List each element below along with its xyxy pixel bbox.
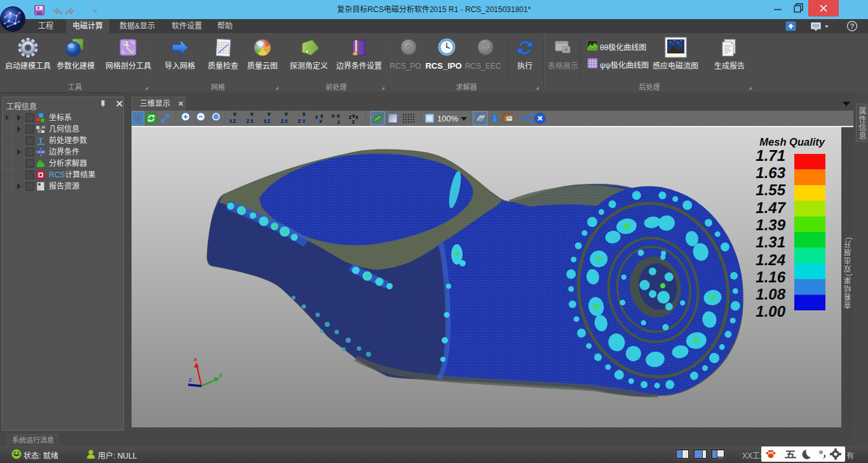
svg-text:y: y [219,371,223,378]
svg-text:z: z [188,377,192,383]
svg-text:v: v [285,111,288,117]
svg-text:100%: 100% [437,114,459,123]
svg-text:v: v [233,111,236,117]
svg-text:1.39: 1.39 [756,216,785,233]
svg-text:x: x [302,111,306,117]
svg-text:1.08: 1.08 [756,286,785,303]
svg-text:v: v [268,111,271,117]
svg-text:1.63: 1.63 [756,164,785,181]
svg-text:x: x [193,356,198,363]
svg-text:v: v [250,111,254,117]
svg-text:?: ? [850,22,855,30]
svg-text:1.24: 1.24 [756,251,785,268]
svg-text:z: z [337,118,340,125]
svg-text:x: x [320,113,323,119]
svg-text:1.31: 1.31 [756,233,785,251]
svg-text:1.47: 1.47 [756,199,786,216]
svg-text:T: T [38,135,44,145]
svg-text:1.55: 1.55 [756,181,785,198]
svg-text:1.71: 1.71 [756,147,785,164]
svg-text:1.00: 1.00 [756,303,785,320]
svg-text:Mesh Quality: Mesh Quality [759,136,825,148]
svg-text:1.16: 1.16 [756,268,785,286]
